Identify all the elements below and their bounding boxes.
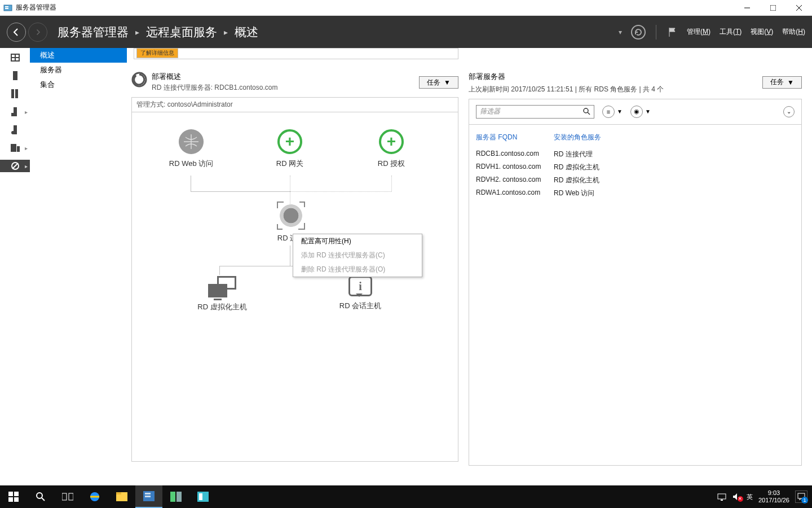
- breadcrumb: 服务器管理器 ▸ 远程桌面服务 ▸ 概述: [58, 24, 619, 40]
- window-title: 服务器管理器: [16, 3, 56, 12]
- taskbar-server-manager-icon[interactable]: [135, 485, 162, 508]
- rail-item-icon[interactable]: ▸: [0, 142, 30, 154]
- dropdown-caret-icon[interactable]: ▾: [619, 28, 622, 36]
- chevron-right-icon: ▸: [25, 145, 28, 151]
- caret-down-icon: ▼: [787, 78, 794, 86]
- ctx-add-broker: 添加 RD 连接代理服务器(C): [293, 248, 422, 262]
- menu-tools[interactable]: 工具(T): [720, 27, 742, 37]
- taskbar-clock[interactable]: 9:03 2017/10/26: [758, 489, 789, 504]
- tasks-dropdown[interactable]: 任务▼: [762, 76, 802, 89]
- plus-circle-icon: +: [277, 129, 302, 154]
- rail-dashboard-icon[interactable]: [0, 51, 30, 64]
- caret-down-icon: ▼: [444, 78, 451, 86]
- disk-icon: ◉: [630, 106, 643, 118]
- task-view-button[interactable]: [54, 485, 81, 508]
- rail-local-server-icon[interactable]: [0, 69, 30, 82]
- menu-manage[interactable]: 管理(M): [687, 27, 710, 37]
- svg-rect-12: [13, 71, 17, 80]
- svg-line-26: [588, 112, 590, 115]
- search-icon: [583, 108, 590, 115]
- session-host-icon: i: [348, 276, 372, 296]
- svg-rect-1: [5, 6, 8, 7]
- filter-placeholder: 筛选器: [480, 107, 500, 116]
- info-banner: 了解详细信息: [134, 48, 458, 59]
- deployment-diagram: RD Web 访问 + RD 网关 + RD 授权: [131, 112, 458, 462]
- menu-view[interactable]: 视图(V): [751, 27, 773, 37]
- chevron-right-icon: ▸: [135, 28, 139, 37]
- rail-fileservices-icon[interactable]: ▸: [0, 106, 30, 118]
- refresh-section-icon[interactable]: [131, 72, 147, 87]
- action-center-icon[interactable]: 1: [795, 491, 807, 503]
- main-content: 了解详细信息 部署概述 RD 连接代理服务器: RDCB1.contoso.co…: [127, 48, 812, 466]
- svg-rect-45: [718, 494, 726, 499]
- servers-toolbar: 筛选器 ≡▼ ◉▼ ⌄: [469, 99, 802, 124]
- rail-rds-icon[interactable]: ▸: [0, 160, 30, 172]
- deploy-servers-header: 部署服务器 任务▼: [469, 72, 802, 82]
- breadcrumb-level1[interactable]: 远程桌面服务: [146, 24, 217, 40]
- close-button[interactable]: [786, 0, 812, 16]
- node-rd-license[interactable]: + RD 授权: [366, 129, 417, 169]
- info-banner-link[interactable]: 了解详细信息: [136, 48, 178, 58]
- virtualization-host-icon: [208, 276, 236, 297]
- tray-network-icon[interactable]: [717, 493, 726, 501]
- rail-hyper-v-icon[interactable]: [0, 124, 30, 136]
- nav-forward-button[interactable]: [28, 23, 47, 42]
- broker-selected-icon: [278, 203, 304, 229]
- svg-rect-33: [62, 493, 67, 500]
- node-rd-session-host[interactable]: i RD 会话主机: [329, 276, 391, 311]
- nav-servers[interactable]: 服务器: [30, 63, 127, 77]
- expand-button[interactable]: ⌄: [783, 106, 795, 117]
- start-button[interactable]: [0, 485, 27, 508]
- svg-rect-34: [69, 493, 73, 500]
- refresh-button[interactable]: [631, 25, 646, 40]
- svg-rect-19: [11, 144, 16, 152]
- svg-rect-9: [16, 55, 19, 57]
- tray-volume-icon[interactable]: ✕: [732, 493, 741, 501]
- view-options-button[interactable]: ≡▼: [602, 106, 623, 118]
- table-row[interactable]: RDWA1.contoso.comRD Web 访问: [476, 187, 795, 200]
- maximize-button[interactable]: [760, 0, 786, 16]
- breadcrumb-root[interactable]: 服务器管理器: [58, 24, 129, 40]
- plus-circle-icon: +: [379, 129, 404, 154]
- nav-overview[interactable]: 概述: [30, 48, 127, 63]
- save-query-button[interactable]: ◉▼: [630, 106, 651, 118]
- ctx-configure-ha[interactable]: 配置高可用性(H): [293, 234, 422, 248]
- col-role[interactable]: 安装的角色服务: [554, 133, 601, 142]
- taskbar-app-icon[interactable]: [162, 485, 189, 508]
- svg-rect-30: [14, 497, 19, 502]
- menu-help[interactable]: 帮助(H): [782, 27, 805, 37]
- svg-rect-37: [116, 492, 121, 494]
- deploy-servers-meta: 上次刷新时间 2017/10/25 11:21:51 | 所有 RDS 角色服务…: [469, 85, 802, 94]
- breadcrumb-level2[interactable]: 概述: [235, 24, 258, 40]
- deploy-overview-subtitle: RD 连接代理服务器: RDCB1.contoso.com: [152, 83, 277, 93]
- node-rd-gateway[interactable]: + RD 网关: [264, 129, 315, 169]
- taskbar-explorer-icon[interactable]: [108, 485, 135, 508]
- icon-rail: ▸ ▸ ▸: [0, 48, 30, 466]
- minimize-button[interactable]: [734, 0, 760, 16]
- table-row[interactable]: RDVH2. contoso.comRD 虚拟化主机: [476, 174, 795, 187]
- table-row[interactable]: RDVH1. contoso.comRD 虚拟化主机: [476, 161, 795, 174]
- nav-list: 概述 服务器 集合: [30, 48, 127, 466]
- table-row[interactable]: RDCB1.contoso.comRD 连接代理: [476, 148, 795, 161]
- search-button[interactable]: [27, 485, 54, 508]
- nav-collections[interactable]: 集合: [30, 77, 127, 92]
- tasks-dropdown[interactable]: 任务▼: [419, 76, 458, 89]
- node-label: RD 授权: [366, 159, 417, 169]
- taskbar-ie-icon[interactable]: [81, 485, 108, 508]
- node-label: RD 会话主机: [329, 301, 391, 311]
- deploy-overview-header: 部署概述 RD 连接代理服务器: RDCB1.contoso.com 任务▼: [131, 72, 458, 93]
- col-fqdn[interactable]: 服务器 FQDN: [476, 133, 544, 142]
- taskbar-app-icon[interactable]: [189, 485, 217, 508]
- servers-table: 服务器 FQDN 安装的角色服务 RDCB1.contoso.comRD 连接代…: [469, 124, 802, 466]
- svg-rect-16: [11, 113, 14, 116]
- node-rd-virtualization-host[interactable]: RD 虚拟化主机: [191, 276, 253, 312]
- node-rd-web-access[interactable]: RD Web 访问: [160, 129, 222, 169]
- caret-down-icon: ▼: [645, 108, 651, 115]
- svg-rect-4: [770, 5, 776, 11]
- manage-as-line: 管理方式: contoso\Administrator: [131, 97, 458, 112]
- rail-all-servers-icon[interactable]: [0, 87, 30, 100]
- filter-input[interactable]: 筛选器: [476, 105, 594, 119]
- ime-indicator[interactable]: 英: [747, 493, 753, 501]
- notifications-flag-icon[interactable]: [667, 27, 678, 38]
- nav-back-button[interactable]: [7, 23, 26, 42]
